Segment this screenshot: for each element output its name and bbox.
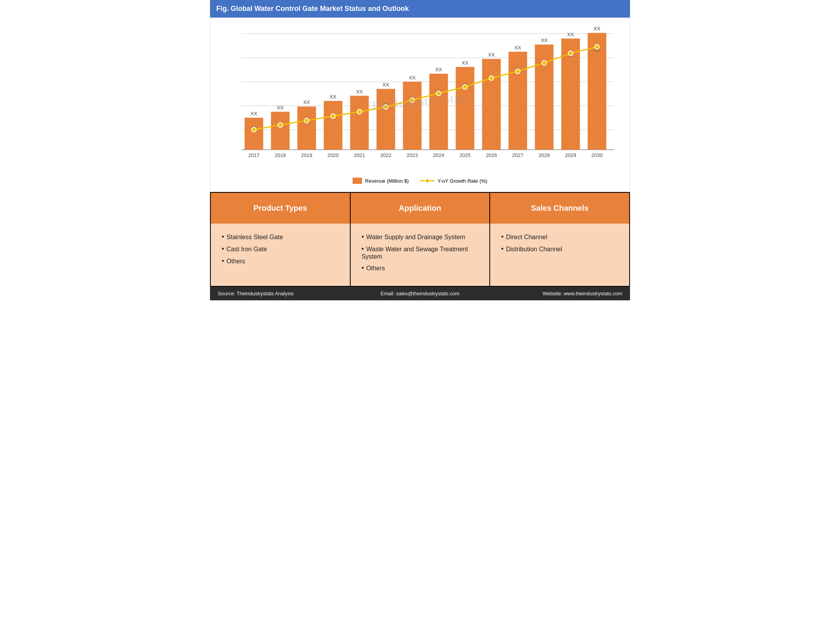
product-types-list: Stainless Steel Gate Cast Iron Gate Othe… xyxy=(222,233,339,265)
sales-channels-header: Sales Channels xyxy=(490,193,629,224)
line-dot-2028 xyxy=(542,60,547,65)
list-item: Others xyxy=(362,264,479,272)
sales-channels-box: Sales Channels Direct Channel Distributi… xyxy=(490,193,629,286)
chart-legend: Revenue (Million $) Y-oY Growth Rate (%) xyxy=(218,178,622,184)
svg-text:2029: 2029 xyxy=(565,152,576,158)
product-types-content: Stainless Steel Gate Cast Iron Gate Othe… xyxy=(211,224,350,286)
bar-2025 xyxy=(456,67,475,150)
list-item: Stainless Steel Gate xyxy=(222,233,339,241)
legend-line-icon xyxy=(420,178,434,184)
svg-text:XX: XX xyxy=(330,94,336,100)
bar-2017 xyxy=(245,118,263,150)
application-content: Water Supply and Drainage System Waste W… xyxy=(351,224,490,286)
bar-2027 xyxy=(508,52,527,150)
footer-source: Source: Theindustrystats Analysis xyxy=(218,291,353,296)
list-item: Water Supply and Drainage System xyxy=(362,233,479,241)
svg-text:XX: XX xyxy=(251,111,257,116)
legend-growth: Y-oY Growth Rate (%) xyxy=(420,178,487,184)
legend-rect-revenue xyxy=(353,178,362,184)
svg-text:XX: XX xyxy=(277,104,284,110)
line-dot-2020 xyxy=(331,114,335,118)
application-box: Application Water Supply and Drainage Sy… xyxy=(351,193,490,286)
page-footer: Source: Theindustrystats Analysis Email:… xyxy=(210,287,630,300)
footer-website: Website: www.theindustrystats.com xyxy=(487,291,622,296)
svg-text:XX: XX xyxy=(541,37,547,43)
product-types-header: Product Types xyxy=(211,193,350,224)
svg-point-52 xyxy=(425,179,429,183)
list-item: Direct Channel xyxy=(501,233,618,241)
list-item: Others xyxy=(222,257,339,265)
svg-text:2017: 2017 xyxy=(248,152,259,158)
legend-revenue-label: Revenue (Million $) xyxy=(365,178,409,184)
svg-text:XX: XX xyxy=(514,44,521,50)
svg-text:2027: 2027 xyxy=(512,152,524,158)
bar-line-chart: XX 2017 XX XX 2018 XX XX 2019 XX XX 2020… xyxy=(218,26,622,174)
line-dot-2030 xyxy=(595,44,599,49)
legend-revenue: Revenue (Million $) xyxy=(353,178,409,184)
svg-text:2026: 2026 xyxy=(486,152,497,158)
svg-text:2030: 2030 xyxy=(591,152,603,158)
line-dot-2029 xyxy=(568,51,573,56)
line-dot-2019 xyxy=(304,118,309,123)
svg-text:XX: XX xyxy=(303,99,310,105)
svg-text:XX: XX xyxy=(409,74,415,80)
svg-text:XX: XX xyxy=(383,82,389,88)
list-item: Cast Iron Gate xyxy=(222,245,339,253)
svg-text:2022: 2022 xyxy=(380,152,392,158)
svg-text:market  research: market research xyxy=(377,116,463,123)
list-item: Waste Water and Sewage Treatment System xyxy=(362,245,479,260)
line-dot-2027 xyxy=(515,69,520,74)
page-header: Fig. Global Water Control Gate Market St… xyxy=(210,0,630,18)
bar-2023 xyxy=(403,82,422,150)
svg-text:XX: XX xyxy=(462,60,468,65)
svg-text:XX: XX xyxy=(435,67,442,72)
bar-2021 xyxy=(350,96,369,150)
product-types-box: Product Types Stainless Steel Gate Cast … xyxy=(211,193,350,286)
bar-2024 xyxy=(429,74,448,150)
legend-growth-label: Y-oY Growth Rate (%) xyxy=(438,178,487,184)
line-dot-2025 xyxy=(463,85,468,89)
sales-channels-title: Sales Channels xyxy=(531,204,589,212)
header-title: Fig. Global Water Control Gate Market St… xyxy=(216,5,409,12)
svg-text:2021: 2021 xyxy=(354,152,365,158)
bar-2020 xyxy=(324,101,342,150)
product-types-title: Product Types xyxy=(254,204,307,212)
svg-text:2025: 2025 xyxy=(459,152,471,158)
sales-channels-list: Direct Channel Distribution Channel xyxy=(501,233,618,253)
application-header: Application xyxy=(351,193,490,224)
sales-channels-content: Direct Channel Distribution Channel xyxy=(490,224,629,286)
bar-2026 xyxy=(482,59,501,150)
svg-text:XX: XX xyxy=(594,26,600,32)
line-dot-2018 xyxy=(278,123,282,127)
chart-area: XX 2017 XX XX 2018 XX XX 2019 XX XX 2020… xyxy=(218,26,622,174)
application-list: Water Supply and Drainage System Waste W… xyxy=(362,233,479,272)
footer-email: Email: sales@theindustrystats.com xyxy=(353,291,487,296)
svg-text:2020: 2020 xyxy=(327,152,339,158)
line-dot-2017 xyxy=(252,127,256,132)
list-item: Distribution Channel xyxy=(501,245,618,253)
svg-text:2018: 2018 xyxy=(275,152,286,158)
svg-text:2024: 2024 xyxy=(433,152,444,158)
bar-2018 xyxy=(271,112,289,150)
svg-text:2028: 2028 xyxy=(538,152,550,158)
svg-text:XX: XX xyxy=(488,52,495,58)
application-title: Application xyxy=(399,204,441,212)
svg-text:XX: XX xyxy=(356,88,363,94)
svg-text:2019: 2019 xyxy=(301,152,312,158)
categories-section: Product Types Stainless Steel Gate Cast … xyxy=(210,192,630,287)
chart-container: XX 2017 XX XX 2018 XX XX 2019 XX XX 2020… xyxy=(210,18,630,192)
bar-2019 xyxy=(297,106,316,150)
line-dot-2021 xyxy=(357,109,362,114)
line-dot-2026 xyxy=(489,76,494,80)
svg-text:2023: 2023 xyxy=(407,152,418,158)
svg-text:XX: XX xyxy=(567,32,574,37)
